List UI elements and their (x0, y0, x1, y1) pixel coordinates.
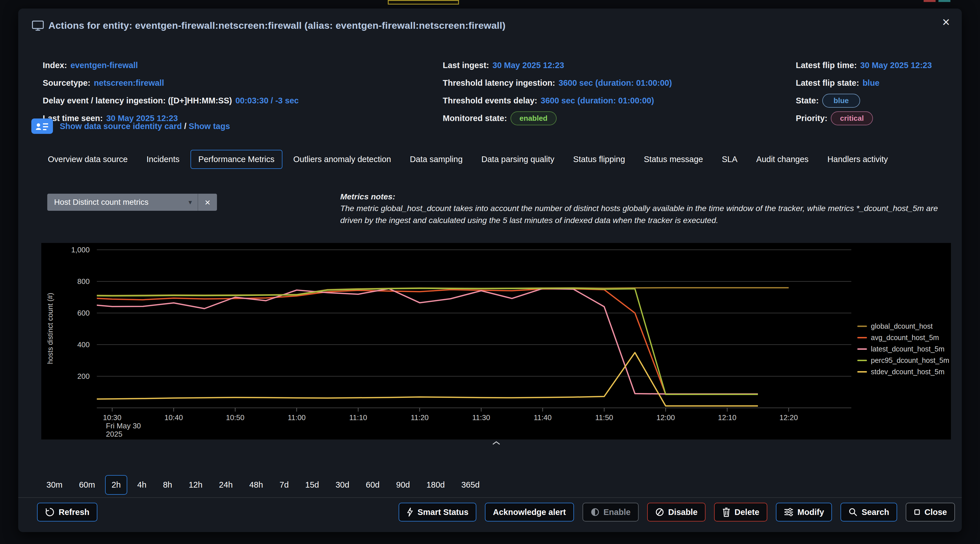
tab-status-flipping[interactable]: Status flipping (565, 150, 633, 169)
legend-item-avg-dcount-host-5m[interactable]: avg_dcount_host_5m (857, 333, 949, 342)
legend-label: perc95_dcount_host_5m (871, 356, 949, 365)
info-row-state: State: blue (796, 92, 932, 109)
legend-item-latest-dcount-host-5m[interactable]: latest_dcount_host_5m (857, 345, 949, 353)
tab-performance-metrics[interactable]: Performance Metrics (191, 150, 283, 169)
delete-button[interactable]: Delete (714, 503, 767, 522)
time-range-7d[interactable]: 7d (273, 475, 295, 495)
svg-text:2025: 2025 (106, 430, 123, 438)
time-range-30d[interactable]: 30d (329, 475, 356, 495)
time-range-15d[interactable]: 15d (299, 475, 325, 495)
tab-status-message[interactable]: Status message (636, 150, 711, 169)
time-range-48h[interactable]: 48h (243, 475, 269, 495)
tab-data-parsing-quality[interactable]: Data parsing quality (474, 150, 562, 169)
index-value: eventgen-firewall (70, 61, 138, 70)
svg-text:200: 200 (78, 372, 90, 381)
smart-status-button[interactable]: Smart Status (399, 503, 476, 522)
identity-links: Show data source identity card / Show ta… (60, 121, 230, 131)
state-badge: blue (822, 94, 860, 108)
legend-swatch (857, 325, 867, 327)
show-tags-link[interactable]: Show tags (189, 121, 230, 131)
grid-lines: 2004006008001,000 (71, 246, 851, 381)
magnifier-icon (848, 507, 858, 517)
time-range-365d[interactable]: 365d (455, 475, 486, 495)
tab-overview-data-source[interactable]: Overview data source (40, 150, 135, 169)
close-icon[interactable]: × (942, 15, 950, 29)
flip-state-value: blue (862, 78, 880, 88)
svg-text:11:40: 11:40 (534, 413, 552, 422)
metrics-notes-body: The metric global_host_dcount takes into… (340, 203, 957, 226)
time-range-2h[interactable]: 2h (105, 475, 127, 495)
tab-sla[interactable]: SLA (714, 150, 745, 169)
legend-item-global-dcount-host[interactable]: global_dcount_host (857, 322, 949, 330)
priority-badge: critical (831, 112, 873, 125)
svg-text:11:10: 11:10 (349, 413, 367, 422)
disable-button[interactable]: Disable (647, 503, 706, 522)
tab-outliers-anomaly-detection[interactable]: Outliers anomaly detection (285, 150, 399, 169)
chart-collapse-caret[interactable] (492, 441, 501, 446)
time-range-bar: 30m60m2h4h8h12h24h48h7d15d30d60d90d180d3… (40, 475, 486, 495)
y-axis-title: hosts distinct count (#) (46, 293, 54, 364)
time-range-12h[interactable]: 12h (182, 475, 209, 495)
time-range-24h[interactable]: 24h (212, 475, 239, 495)
svg-text:12:00: 12:00 (656, 413, 675, 422)
background-artifact-teal-sliver (939, 0, 950, 2)
monitored-state-badge: enabled (511, 112, 557, 125)
modal-title: Actions for entity: eventgen-firewall:ne… (48, 20, 506, 31)
time-range-4h[interactable]: 4h (131, 475, 153, 495)
refresh-button[interactable]: Refresh (37, 503, 97, 522)
svg-text:Fri May 30: Fri May 30 (106, 421, 141, 430)
entity-info-column-2: Last ingest: 30 May 2025 12:23 Threshold… (443, 56, 672, 127)
toggle-half-icon (590, 507, 600, 517)
series-latest-dcount-host-5m (81, 289, 758, 394)
time-range-180d[interactable]: 180d (420, 475, 452, 495)
metrics-chart-panel: 2004006008001,00010:3010:4010:5011:0011:… (41, 243, 951, 439)
threshold-events-value: 3600 sec (duration: 01:00:00) (541, 96, 654, 105)
clear-metric-icon[interactable]: × (198, 197, 217, 208)
info-row-threshold-events: Threshold events delay: 3600 sec (durati… (443, 92, 672, 109)
modal-titlebar: Actions for entity: eventgen-firewall:ne… (32, 20, 506, 31)
svg-text:11:20: 11:20 (410, 413, 428, 422)
action-buttons-row: Refresh Smart Status Acknowledge alert E… (37, 503, 955, 522)
time-range-60d[interactable]: 60d (359, 475, 386, 495)
legend-label: latest_dcount_host_5m (871, 345, 945, 353)
tab-handlers-activity[interactable]: Handlers activity (819, 150, 896, 169)
svg-text:800: 800 (78, 277, 90, 286)
info-row-sourcetype: Sourcetype: netscreen:firewall (43, 74, 299, 92)
recycle-icon (45, 507, 55, 517)
background-artifact-red-sliver (924, 0, 935, 2)
chart-legend: global_dcount_hostavg_dcount_host_5mlate… (857, 322, 949, 376)
legend-swatch (857, 337, 867, 338)
id-card-icon[interactable] (31, 118, 53, 134)
svg-text:12:10: 12:10 (718, 413, 736, 422)
legend-swatch (857, 371, 867, 373)
acknowledge-alert-button[interactable]: Acknowledge alert (485, 503, 574, 522)
info-row-priority: Priority: critical (796, 109, 932, 127)
last-ingest-value: 30 May 2025 12:23 (493, 61, 564, 70)
legend-item-perc95-dcount-host-5m[interactable]: perc95_dcount_host_5m (857, 356, 949, 365)
delay-value: 00:03:30 / -3 sec (235, 96, 299, 105)
show-identity-card-link[interactable]: Show data source identity card (60, 121, 182, 131)
legend-label: global_dcount_host (871, 322, 933, 330)
background-artifact-yellow-box (388, 0, 459, 5)
svg-text:11:00: 11:00 (288, 413, 305, 422)
tab-audit-changes[interactable]: Audit changes (748, 150, 816, 169)
legend-item-stdev-dcount-host-5m[interactable]: stdev_dcount_host_5m (857, 368, 949, 376)
info-row-index: Index: eventgen-firewall (43, 56, 299, 74)
svg-text:400: 400 (78, 340, 90, 349)
svg-text:10:50: 10:50 (226, 413, 244, 422)
tab-data-sampling[interactable]: Data sampling (402, 150, 470, 169)
time-range-8h[interactable]: 8h (156, 475, 178, 495)
modify-button[interactable]: Modify (776, 503, 832, 522)
sliders-icon (784, 507, 794, 517)
time-range-60m[interactable]: 60m (72, 475, 101, 495)
tab-incidents[interactable]: Incidents (138, 150, 187, 169)
time-range-30m[interactable]: 30m (40, 475, 69, 495)
close-button[interactable]: Close (906, 503, 955, 522)
flip-time-value: 30 May 2025 12:23 (860, 61, 932, 70)
info-row-flip-state: Latest flip state: blue (796, 74, 932, 92)
metrics-notes: Metrics notes: The metric global_host_dc… (340, 191, 957, 226)
footer-right-group: Smart Status Acknowledge alert Enable Di… (399, 503, 955, 522)
metric-dropdown[interactable]: Host Distinct count metrics ▾ × (47, 194, 217, 211)
search-button[interactable]: Search (840, 503, 897, 522)
time-range-90d[interactable]: 90d (390, 475, 416, 495)
